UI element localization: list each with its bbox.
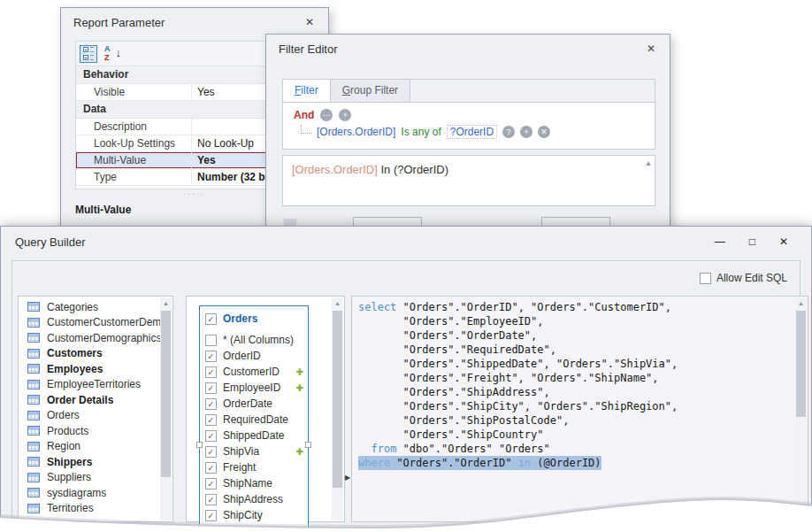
- table-icon: [27, 302, 40, 312]
- allow-edit-sql-checkbox[interactable]: [700, 273, 711, 284]
- desktop: Report Parameter ✕ + + A Z ↓ Behavior Vi…: [0, 0, 812, 532]
- column-row-orderid[interactable]: ✓ OrderID: [200, 348, 308, 364]
- allow-edit-sql-option[interactable]: Allow Edit SQL: [700, 272, 787, 284]
- scrollbar-thumb[interactable]: [796, 311, 806, 417]
- column-name: OrderDate: [223, 397, 272, 410]
- table-item-categories[interactable]: Categories: [19, 299, 172, 315]
- table-item-sysdiagrams[interactable]: sysdiagrams: [19, 485, 172, 501]
- checkbox-checked[interactable]: ✓: [205, 478, 217, 490]
- table-item-territories[interactable]: Territories: [19, 501, 172, 517]
- splitter-grip[interactable]: ·····: [183, 190, 205, 197]
- add-relation-icon[interactable]: +: [296, 366, 303, 378]
- table-item-employeeterritories[interactable]: EmployeeTerritories: [19, 377, 172, 393]
- table-item-customerdemographics[interactable]: CustomerDemographics: [19, 330, 172, 346]
- column-row-requireddate[interactable]: ✓ RequiredDate: [200, 412, 308, 428]
- sql-scrollbar[interactable]: ▲: [795, 297, 807, 520]
- group-operator-and[interactable]: And: [294, 109, 314, 121]
- checkbox-checked[interactable]: ✓: [205, 430, 217, 442]
- column-row-all-columns[interactable]: * (All Columns): [200, 332, 308, 348]
- table-item-orders[interactable]: Orders: [19, 408, 172, 424]
- scroll-up-icon[interactable]: ▲: [645, 159, 652, 167]
- condition-add-icon[interactable]: +: [520, 126, 532, 138]
- filter-editor-titlebar[interactable]: Filter Editor ✕: [266, 35, 670, 63]
- column-row-shipvia[interactable]: ✓ ShipVia +: [200, 443, 308, 459]
- tab-filter[interactable]: Filter: [283, 80, 331, 102]
- scroll-up-icon[interactable]: ▲: [332, 297, 343, 309]
- sql-line: "Orders"."ShipPostalCode",: [358, 413, 801, 428]
- orders-table-card[interactable]: ✓ Orders * (All Columns) ✓ OrderID ✓ Cus…: [199, 305, 309, 529]
- column-name: ShipAddress: [223, 493, 283, 505]
- table-item-customercustomerdemo[interactable]: CustomerCustomerDemo: [19, 315, 172, 331]
- column-name: ShipCity: [223, 509, 263, 521]
- table-item-customers[interactable]: Customers: [19, 346, 172, 362]
- checkbox-unchecked[interactable]: [205, 335, 217, 346]
- condition-value[interactable]: ?OrderID: [447, 125, 497, 139]
- report-parameter-titlebar[interactable]: Report Parameter ✕: [61, 8, 328, 36]
- condition-help-icon[interactable]: ?: [502, 126, 515, 138]
- scroll-up-icon[interactable]: ▲: [160, 297, 172, 309]
- close-icon[interactable]: ✕: [779, 236, 788, 247]
- checkbox-checked[interactable]: ✓: [205, 462, 217, 474]
- column-row-shippeddate[interactable]: ✓ ShippedDate: [200, 428, 308, 443]
- lines-glyph: [90, 47, 94, 52]
- filter-editor-window: Filter Editor ✕ Filter Group Filter And …: [265, 34, 670, 228]
- tab-group-filter[interactable]: Group Filter: [331, 80, 410, 102]
- checkbox-checked[interactable]: ✓: [205, 414, 217, 426]
- column-row-shipaddress[interactable]: ✓ ShipAddress: [200, 491, 308, 507]
- table-item-employees[interactable]: Employees: [19, 361, 172, 377]
- sort-az-icon[interactable]: A Z ↓: [103, 44, 121, 64]
- add-relation-icon[interactable]: +: [296, 445, 303, 458]
- minimize-icon[interactable]: —: [715, 236, 725, 247]
- condition-remove-icon[interactable]: ✕: [538, 126, 550, 138]
- sql-preview-panel[interactable]: select "Orders"."OrderID", "Orders"."Cus…: [351, 296, 808, 522]
- sql-text-segment: "Orders"."EmployeeID",: [358, 315, 544, 328]
- table-name: Territories: [47, 502, 94, 514]
- checkbox-checked[interactable]: ✓: [205, 510, 217, 521]
- checkbox-checked[interactable]: ✓: [205, 494, 217, 505]
- maximize-icon[interactable]: □: [749, 236, 755, 247]
- checkbox-checked[interactable]: ✓: [205, 382, 217, 394]
- categorized-view-icon[interactable]: + +: [80, 45, 97, 63]
- add-condition-icon[interactable]: +: [339, 109, 351, 121]
- checkbox-checked[interactable]: ✓: [205, 366, 217, 378]
- scrollbar-thumb[interactable]: [161, 311, 171, 477]
- card-resize-handle-right[interactable]: [305, 442, 311, 448]
- condition-field[interactable]: [Orders.OrderID]: [317, 126, 395, 138]
- column-row-employeeid[interactable]: ✓ EmployeeID +: [200, 380, 308, 396]
- scrollbar-thumb[interactable]: [333, 311, 342, 488]
- sql-keyword: in: [518, 457, 531, 469]
- column-row-customerid[interactable]: ✓ CustomerID +: [200, 364, 308, 380]
- check-icon: ✓: [207, 415, 214, 425]
- checkbox-checked[interactable]: ✓: [205, 351, 217, 362]
- column-row-freight[interactable]: ✓ Freight: [200, 459, 308, 475]
- sql-line: "Orders"."Freight", "Orders"."ShipName",: [358, 371, 801, 385]
- condition-operator[interactable]: Is any of: [401, 126, 440, 138]
- card-resize-handle-left[interactable]: [196, 442, 203, 448]
- diagram-scrollbar[interactable]: ▲: [332, 297, 343, 520]
- sql-line: "Orders"."OrderDate",: [358, 328, 801, 343]
- add-relation-icon[interactable]: +: [296, 382, 303, 394]
- group-options-icon[interactable]: ⋯: [320, 109, 333, 121]
- table-item-suppliers[interactable]: Suppliers: [19, 470, 172, 486]
- check-icon: ✓: [207, 511, 214, 520]
- sql-line: "Orders"."EmployeeID",: [358, 314, 801, 328]
- close-icon[interactable]: ✕: [643, 41, 659, 57]
- scroll-up-icon[interactable]: ▲: [795, 297, 807, 309]
- table-item-shippers[interactable]: Shippers: [19, 454, 172, 470]
- checkbox-checked[interactable]: ✓: [205, 446, 217, 458]
- table-item-products[interactable]: Products: [19, 423, 172, 439]
- table-item-region[interactable]: Region: [19, 439, 172, 455]
- filter-condition-tree: And ⋯ + [Orders.OrderID] Is any of ?Orde…: [283, 103, 655, 145]
- checkbox-checked[interactable]: ✓: [205, 313, 217, 325]
- checkbox-checked[interactable]: ✓: [205, 398, 217, 410]
- query-builder-titlebar[interactable]: Query Builder — □ ✕: [1, 227, 811, 257]
- close-icon[interactable]: ✕: [302, 14, 318, 30]
- column-row-orderdate[interactable]: ✓ OrderDate: [200, 396, 308, 412]
- column-row-shipcity[interactable]: ✓ ShipCity: [200, 507, 308, 523]
- splitter-collapse-icon[interactable]: ▶: [345, 474, 350, 482]
- column-row-shipname[interactable]: ✓ ShipName: [200, 475, 308, 491]
- filter-preview-box: [Orders.OrderID] In (?OrderID) ▲: [282, 155, 655, 206]
- column-name: CustomerID: [223, 366, 280, 378]
- tables-scrollbar[interactable]: ▲: [160, 297, 172, 520]
- table-item-order-details[interactable]: Order Details: [19, 392, 172, 408]
